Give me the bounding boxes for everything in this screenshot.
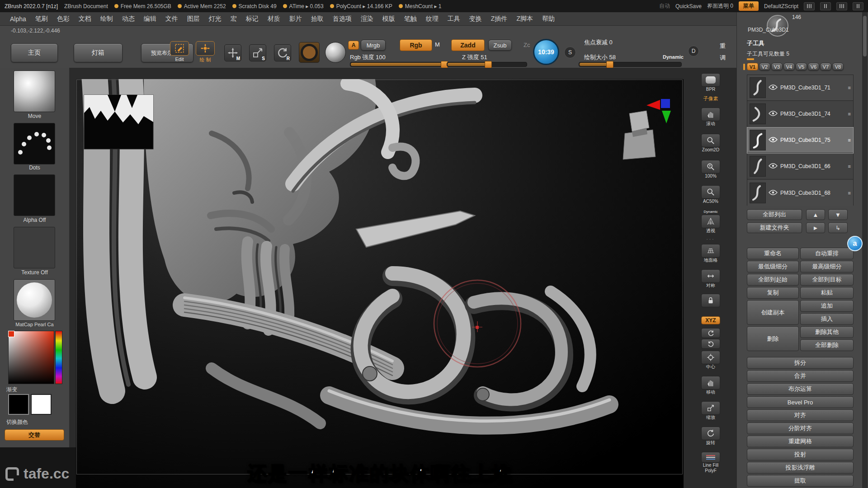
menu-item-tool[interactable]: 工具 bbox=[443, 14, 465, 24]
scale-view-button[interactable]: 缩放 bbox=[699, 401, 722, 420]
a-badge[interactable]: A bbox=[348, 41, 359, 50]
active-tool-name[interactable]: PM3D_Cube3D1 bbox=[748, 27, 789, 33]
menu-item-material[interactable]: 材质 bbox=[263, 14, 285, 24]
paste-button[interactable]: 粘贴 bbox=[800, 287, 854, 299]
gradient-label[interactable]: 渐变 bbox=[6, 386, 17, 394]
z-intensity-slider[interactable] bbox=[447, 62, 527, 67]
home-button[interactable]: 主页 bbox=[11, 43, 58, 62]
active-tool-thumbnail[interactable] bbox=[767, 15, 788, 37]
rename-button[interactable]: 重命名 bbox=[747, 248, 799, 259]
menu-item-preferences[interactable]: 首选项 bbox=[328, 14, 356, 24]
new-folder-button[interactable]: 新建文件夹 bbox=[747, 222, 802, 233]
all-to-target-button[interactable]: 全部到目标 bbox=[800, 274, 854, 286]
extract-button[interactable]: 提取 bbox=[747, 475, 854, 487]
version-button-v1[interactable]: V1 bbox=[747, 63, 758, 70]
bevel-pro-button[interactable]: Bevel Pro bbox=[747, 396, 854, 408]
version-button-v7[interactable]: V7 bbox=[820, 63, 831, 70]
subtool-row[interactable]: PM3D_Cube3D1_66 ≡ bbox=[747, 154, 853, 179]
append-button[interactable]: 追加 bbox=[800, 300, 854, 312]
quicksave-timer[interactable]: 10:39 bbox=[533, 39, 559, 65]
main-color-swatch[interactable] bbox=[8, 394, 29, 415]
stroke-s-button[interactable]: S bbox=[564, 47, 576, 58]
project-button[interactable]: 投射 bbox=[747, 449, 854, 460]
split-button[interactable]: 拆分 bbox=[747, 357, 854, 369]
ui-transparency-label[interactable]: 界面透明 0 bbox=[707, 2, 733, 10]
menu-item-zscript[interactable]: Z脚本 bbox=[512, 14, 538, 24]
perspective-button[interactable]: Dynamic 透视 bbox=[699, 209, 722, 234]
menu-item-document[interactable]: 文档 bbox=[74, 14, 96, 24]
subtool-row[interactable]: PM3D_Cube3D1_68 ≡ bbox=[747, 180, 853, 206]
zscript-label[interactable]: DefaultZScript bbox=[764, 3, 798, 9]
align-button[interactable]: 对齐 bbox=[747, 409, 854, 421]
dynamic-label[interactable]: Dynamic bbox=[663, 54, 684, 60]
dynamic-d-button[interactable]: D bbox=[688, 46, 699, 56]
polyframe-button[interactable]: Line Fill PolyF bbox=[699, 452, 722, 474]
remesh-button[interactable]: 重建网格 bbox=[747, 436, 854, 447]
delete-button[interactable]: 删除 bbox=[747, 326, 799, 351]
move-gizmo-button[interactable]: M bbox=[224, 44, 241, 61]
eye-icon[interactable] bbox=[769, 84, 778, 92]
secondary-color-swatch[interactable] bbox=[31, 394, 52, 415]
subtool-panel-header[interactable]: 子工具 bbox=[747, 39, 764, 47]
switch-color-label[interactable]: 切换颜色 bbox=[6, 418, 28, 426]
version-button-v2[interactable]: V2 bbox=[759, 63, 770, 70]
zsub-button[interactable]: Zsub bbox=[488, 40, 512, 51]
all-to-start-button[interactable]: 全部到起始 bbox=[747, 274, 799, 286]
highest-subdiv-button[interactable]: 最高级细分 bbox=[800, 261, 854, 272]
delete-all-button[interactable]: 全部删除 bbox=[800, 339, 854, 351]
clipped-button-bottom[interactable]: 调 bbox=[720, 54, 726, 62]
menu-item-movie[interactable]: 影片 bbox=[285, 14, 307, 24]
scroll-button[interactable]: 滚动 bbox=[699, 108, 722, 127]
list-options-icon[interactable]: ≡ bbox=[848, 85, 851, 90]
list-options-icon[interactable]: ≡ bbox=[848, 164, 851, 169]
menu-item-zplugin[interactable]: Z插件 bbox=[486, 14, 512, 24]
frame-center-button[interactable]: 中心 bbox=[699, 351, 722, 370]
actual-size-button[interactable]: 100% bbox=[699, 160, 722, 179]
draw-size-slider[interactable] bbox=[579, 62, 682, 67]
menu-item-layer[interactable]: 图层 bbox=[183, 14, 204, 24]
delete-other-button[interactable]: 删除其他 bbox=[800, 326, 854, 338]
move-down-button[interactable]: ▼ bbox=[828, 209, 848, 220]
menu-item-alpha[interactable]: Alpha bbox=[5, 14, 31, 24]
scale-gizmo-button[interactable]: S bbox=[249, 44, 266, 61]
lowest-subdiv-button[interactable]: 最低级细分 bbox=[747, 261, 799, 272]
focal-shift-label[interactable]: 焦点衰减 0 bbox=[584, 38, 613, 47]
alternate-color-button[interactable]: 交替 bbox=[5, 429, 64, 441]
version-button-v4[interactable]: V4 bbox=[783, 63, 795, 70]
menu-item-stencil[interactable]: 模版 bbox=[378, 14, 400, 24]
layout-grid-icon[interactable] bbox=[853, 2, 863, 10]
menu-button[interactable]: 菜单 bbox=[739, 1, 759, 11]
rotate-gizmo-button[interactable]: R bbox=[274, 44, 291, 61]
panel-scrollbar[interactable] bbox=[862, 12, 868, 488]
merge-button[interactable]: 合并 bbox=[747, 370, 854, 382]
menu-item-brush[interactable]: 笔刷 bbox=[31, 14, 52, 24]
aa-half-button[interactable]: AC50% bbox=[699, 185, 722, 204]
menu-item-render[interactable]: 渲染 bbox=[356, 14, 378, 24]
rotate-view-button[interactable] bbox=[699, 328, 722, 338]
project-relief-button[interactable]: 投影浅浮雕 bbox=[747, 462, 854, 474]
version-button-v3[interactable]: V3 bbox=[771, 63, 783, 70]
list-all-button[interactable]: 全部列出 bbox=[747, 209, 802, 220]
subtool-row-selected[interactable]: PM3D_Cube3D1_75 ≡ bbox=[747, 127, 853, 153]
subtool-visible-count[interactable]: 子工具可见数量 5 bbox=[747, 50, 789, 58]
menu-item-color[interactable]: 色彩 bbox=[52, 14, 74, 24]
eye-icon[interactable] bbox=[769, 136, 778, 144]
rgb-intensity-slider[interactable] bbox=[350, 62, 449, 67]
menu-item-picker[interactable]: 拾取 bbox=[307, 14, 328, 24]
rotate-canvas-button[interactable]: 旋转 bbox=[699, 427, 722, 446]
menu-item-edit[interactable]: 编辑 bbox=[139, 14, 161, 24]
move-up-button[interactable]: ▲ bbox=[806, 209, 825, 220]
duplicate-button[interactable]: 创建副本 bbox=[747, 300, 799, 325]
xyz-symmetry-button[interactable]: XYZ bbox=[699, 316, 722, 324]
m-label[interactable]: M bbox=[435, 41, 440, 48]
menu-item-transform[interactable]: 变换 bbox=[465, 14, 486, 24]
boolean-button[interactable]: 布尔运算 bbox=[747, 383, 854, 395]
version-button-v6[interactable]: V6 bbox=[808, 63, 819, 70]
rgb-button[interactable]: Rgb bbox=[400, 39, 432, 51]
alpha-slot-thumbnail[interactable] bbox=[14, 174, 55, 216]
move-out-folder-button[interactable]: ↳ bbox=[828, 222, 848, 233]
insert-button[interactable]: 插入 bbox=[800, 313, 854, 325]
hue-strip[interactable] bbox=[55, 331, 62, 384]
menu-item-macro[interactable]: 宏 bbox=[226, 14, 241, 24]
current-brush-thumbnail[interactable] bbox=[14, 70, 55, 112]
